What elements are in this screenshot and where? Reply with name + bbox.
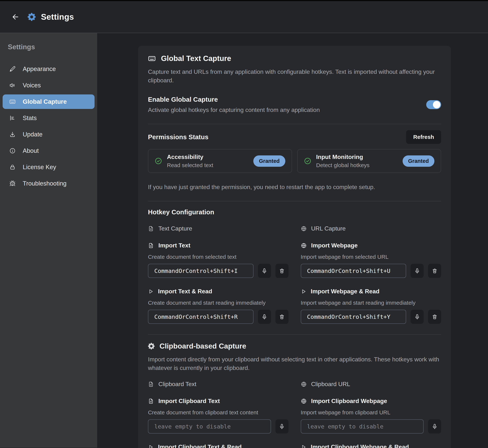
gear-icon: [148, 343, 155, 350]
divider: [148, 201, 441, 201]
hotkey-column-url-capture: URL Capture Import Webpage Import webpag…: [301, 225, 441, 324]
column-header-label: Clipboard URL: [311, 381, 350, 388]
enable-global-capture-toggle[interactable]: [426, 100, 441, 109]
clear-hotkey-button[interactable]: [275, 310, 289, 324]
enable-description: Activate global hotkeys for capturing co…: [148, 106, 320, 113]
hotkey-label: Import Clipboard Text & Read: [158, 444, 242, 448]
record-hotkey-button[interactable]: [411, 264, 424, 278]
hotkey-input-row: [148, 310, 289, 324]
hotkey-description: Import webpage from clipboard URL: [301, 409, 441, 416]
record-hotkey-button[interactable]: [258, 264, 271, 278]
sidebar-item-label: Troubleshooting: [23, 180, 66, 187]
clipboard-column-url: Clipboard URL Import Clipboard Webpage I…: [301, 381, 441, 448]
hotkey-input-import-webpage[interactable]: [301, 264, 406, 278]
page-title: Settings: [41, 12, 74, 22]
play-icon: [301, 444, 306, 448]
sidebar-item-update[interactable]: Update: [3, 127, 95, 142]
hotkey-grid: Text Capture Import Text Create document…: [148, 225, 441, 324]
hotkey-row-label: Import Clipboard Webpage: [301, 398, 441, 405]
hotkey-label: Import Text & Read: [158, 288, 212, 295]
speaker-icon: [9, 82, 16, 88]
sidebar-item-label: Global Capture: [23, 98, 67, 105]
section-description: Import content directly from your clipbo…: [148, 355, 439, 372]
hotkey-row-label: Import Clipboard Webpage & Read: [301, 444, 441, 448]
play-icon: [301, 289, 306, 294]
hotkey-description: Create document from clipboard text cont…: [148, 409, 289, 416]
hotkey-input-row: [301, 419, 441, 433]
hotkey-input-row: [148, 264, 289, 278]
sidebar-item-about[interactable]: About: [3, 144, 95, 158]
topbar: Settings: [0, 1, 488, 33]
global-text-capture-header: Global Text Capture: [148, 54, 441, 63]
record-hotkey-button[interactable]: [411, 310, 424, 324]
bar-chart-icon: [9, 115, 16, 121]
permission-description: Read selected text: [167, 162, 213, 168]
enable-global-capture-text: Enable Global Capture Activate global ho…: [148, 96, 320, 113]
record-hotkey-button[interactable]: [275, 419, 289, 433]
hotkey-row-label: Import Clipboard Text: [148, 398, 289, 405]
sidebar-item-global-capture[interactable]: Global Capture: [3, 95, 95, 109]
hotkey-input-import-text[interactable]: [148, 264, 254, 278]
sidebar-item-label: Appearance: [23, 65, 56, 72]
permission-description: Detect global hotkeys: [316, 162, 370, 168]
sidebar-item-label: Stats: [23, 114, 37, 121]
hotkey-row-label: Import Webpage & Read: [301, 288, 441, 295]
document-icon: [148, 398, 154, 404]
sidebar-item-license-key[interactable]: License Key: [3, 160, 95, 174]
hotkey-input-clipboard-webpage[interactable]: [301, 419, 424, 433]
enable-label: Enable Global Capture: [148, 96, 320, 103]
topbar-title-group: Settings: [28, 12, 74, 22]
globe-icon: [301, 398, 307, 404]
permission-text: Input Monitoring Detect global hotkeys: [316, 153, 370, 168]
record-hotkey-button[interactable]: [428, 419, 441, 433]
hotkey-row-label: Import Clipboard Text & Read: [148, 444, 289, 448]
clear-hotkey-button[interactable]: [428, 264, 441, 278]
restart-note: If you have just granted the permission,…: [148, 184, 441, 191]
sidebar-item-troubleshooting[interactable]: Troubleshooting: [3, 176, 95, 191]
status-badge: Granted: [403, 155, 434, 167]
hotkey-column-text-capture: Text Capture Import Text Create document…: [148, 225, 289, 324]
sidebar-item-label: License Key: [23, 164, 56, 171]
hotkey-label: Import Clipboard Text: [158, 398, 220, 405]
back-button[interactable]: [12, 13, 19, 21]
global-capture-card: Global Text Capture Capture text and URL…: [138, 46, 451, 448]
sidebar-item-voices[interactable]: Voices: [3, 78, 95, 93]
sidebar-item-stats[interactable]: Stats: [3, 111, 95, 125]
gear-icon: [28, 13, 36, 21]
hotkey-input-import-text-read[interactable]: [148, 310, 254, 324]
column-header: Clipboard Text: [148, 381, 289, 388]
clipboard-grid: Clipboard Text Import Clipboard Text Cre…: [148, 381, 441, 448]
microphone-icon: [261, 314, 267, 320]
hotkey-row-label: Import Webpage: [301, 242, 441, 249]
microphone-icon: [414, 268, 420, 274]
sidebar-item-appearance[interactable]: Appearance: [3, 62, 95, 76]
hotkey-input-row: [301, 310, 441, 324]
hotkey-input-clipboard-text[interactable]: [148, 419, 271, 433]
clear-hotkey-button[interactable]: [275, 264, 289, 278]
microphone-icon: [279, 424, 285, 430]
column-header: Text Capture: [148, 225, 289, 232]
bug-icon: [9, 180, 16, 187]
enable-global-capture-row: Enable Global Capture Activate global ho…: [148, 96, 441, 113]
column-header-label: URL Capture: [311, 225, 346, 232]
keyboard-icon: [148, 55, 156, 63]
download-icon: [9, 131, 16, 137]
hotkey-label: Import Clipboard Webpage: [311, 398, 387, 405]
clear-hotkey-button[interactable]: [428, 310, 441, 324]
permissions-heading: Permissions Status: [148, 133, 208, 141]
sidebar-item-label: About: [23, 147, 39, 154]
divider: [148, 334, 441, 335]
hotkey-label: Import Clipboard Webpage & Read: [311, 444, 409, 448]
document-icon: [148, 226, 154, 232]
arrow-left-icon: [12, 13, 19, 21]
hotkey-input-import-webpage-read[interactable]: [301, 310, 406, 324]
hotkey-label: Import Text: [158, 242, 190, 249]
globe-icon: [301, 381, 307, 387]
microphone-icon: [414, 314, 420, 320]
globe-icon: [301, 226, 307, 232]
record-hotkey-button[interactable]: [258, 310, 271, 324]
refresh-button[interactable]: Refresh: [406, 130, 441, 144]
document-icon: [148, 243, 154, 248]
permissions-grid: Accessibility Read selected text Granted…: [148, 149, 441, 173]
check-circle-icon: [155, 157, 162, 165]
